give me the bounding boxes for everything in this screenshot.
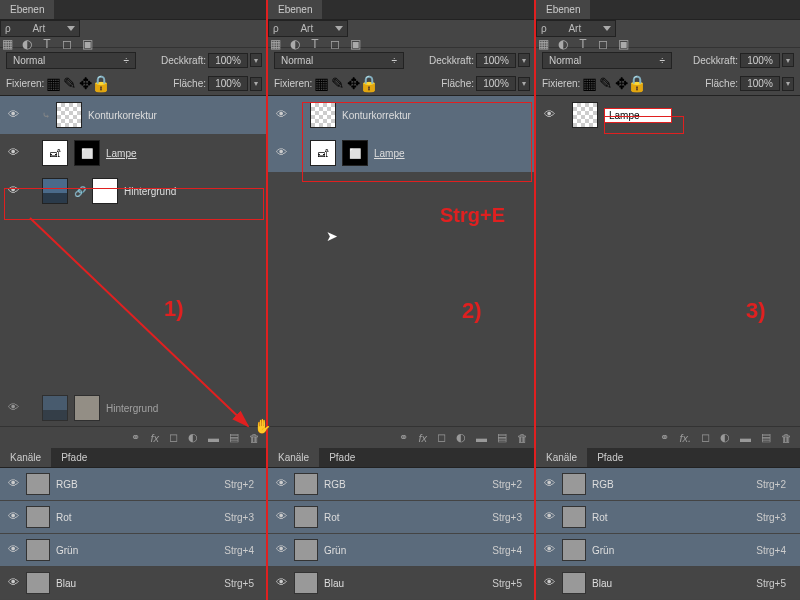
fill-dd[interactable]: ▾ xyxy=(518,77,530,91)
panel-tab[interactable]: Ebenen xyxy=(536,0,590,19)
adjust-button[interactable]: ◐ xyxy=(720,431,730,444)
mask-button[interactable]: ◻ xyxy=(701,431,710,444)
visibility-icon[interactable]: 👁 xyxy=(542,108,556,122)
opacity-dd[interactable]: ▾ xyxy=(782,53,794,67)
layer-thumb[interactable]: 🛋 xyxy=(42,140,68,166)
filter-smart-icon[interactable]: ▣ xyxy=(80,37,94,51)
filter-type-icon[interactable]: T xyxy=(308,37,322,51)
layer-row[interactable]: 👁 🛋 ⬜ Lampe xyxy=(268,134,536,172)
fx-button[interactable]: fx. xyxy=(679,432,691,444)
lock-trans-icon[interactable]: ▦ xyxy=(46,77,60,91)
paths-tab[interactable]: Pfade xyxy=(319,448,365,467)
channel-row[interactable]: 👁RotStrg+3 xyxy=(0,501,268,534)
layer-row[interactable]: 👁 ⤷ Konturkorrektur xyxy=(0,96,268,134)
group-button[interactable]: ▬ xyxy=(208,432,219,444)
adjust-button[interactable]: ◐ xyxy=(188,431,198,444)
visibility-icon[interactable]: 👁 xyxy=(274,108,288,122)
lock-trans-icon[interactable]: ▦ xyxy=(582,77,596,91)
mask-thumb[interactable] xyxy=(92,178,118,204)
layer-name[interactable]: Konturkorrektur xyxy=(342,110,411,121)
filter-type-icon[interactable]: T xyxy=(40,37,54,51)
fx-button[interactable]: fx xyxy=(150,432,159,444)
filter-pixel-icon[interactable]: ▦ xyxy=(536,37,550,51)
channel-row[interactable]: 👁BlauStrg+5 xyxy=(536,567,800,600)
lock-move-icon[interactable]: ✥ xyxy=(346,77,360,91)
mask-button[interactable]: ◻ xyxy=(169,431,178,444)
layer-thumb[interactable] xyxy=(42,178,68,204)
fill-dd[interactable]: ▾ xyxy=(250,77,262,91)
filter-shape-icon[interactable]: ◻ xyxy=(328,37,342,51)
channels-tab[interactable]: Kanäle xyxy=(268,448,319,467)
link-button[interactable]: ⚭ xyxy=(399,431,408,444)
channel-row[interactable]: 👁BlauStrg+5 xyxy=(268,567,536,600)
opacity-dd[interactable]: ▾ xyxy=(250,53,262,67)
lock-paint-icon[interactable]: ✎ xyxy=(62,77,76,91)
filter-smart-icon[interactable]: ▣ xyxy=(348,37,362,51)
filter-pixel-icon[interactable]: ▦ xyxy=(0,37,14,51)
filter-shape-icon[interactable]: ◻ xyxy=(596,37,610,51)
fill-dd[interactable]: ▾ xyxy=(782,77,794,91)
opacity-value[interactable]: 100% xyxy=(208,53,248,68)
channel-row[interactable]: 👁GrünStrg+4 xyxy=(0,534,268,567)
lock-all-icon[interactable]: 🔒 xyxy=(362,77,376,91)
lock-all-icon[interactable]: 🔒 xyxy=(630,77,644,91)
layer-name[interactable]: Hintergrund xyxy=(124,186,176,197)
channels-tab[interactable]: Kanäle xyxy=(0,448,51,467)
filter-pixel-icon[interactable]: ▦ xyxy=(268,37,282,51)
filter-adjust-icon[interactable]: ◐ xyxy=(20,37,34,51)
paths-tab[interactable]: Pfade xyxy=(51,448,97,467)
lock-paint-icon[interactable]: ✎ xyxy=(598,77,612,91)
filter-adjust-icon[interactable]: ◐ xyxy=(556,37,570,51)
visibility-icon[interactable]: 👁 xyxy=(6,146,20,160)
channel-row[interactable]: 👁BlauStrg+5 xyxy=(0,567,268,600)
filter-kind-select[interactable]: ρArt xyxy=(0,20,80,37)
layer-name[interactable]: Lampe xyxy=(374,148,405,159)
lock-trans-icon[interactable]: ▦ xyxy=(314,77,328,91)
layer-row[interactable]: 👁 🔗 Hintergrund xyxy=(0,172,268,210)
layer-row[interactable]: 👁 xyxy=(536,96,800,134)
filter-shape-icon[interactable]: ◻ xyxy=(60,37,74,51)
new-button[interactable]: ▤ xyxy=(229,431,239,444)
layer-thumb[interactable] xyxy=(310,102,336,128)
panel-tab[interactable]: Ebenen xyxy=(268,0,322,19)
link-button[interactable]: ⚭ xyxy=(131,431,140,444)
opacity-value[interactable]: 100% xyxy=(740,53,780,68)
filter-kind-select[interactable]: ρArt xyxy=(536,20,616,37)
trash-button[interactable]: 🗑 xyxy=(517,432,528,444)
blend-mode-select[interactable]: Normal÷ xyxy=(542,52,672,69)
layer-row[interactable]: 👁 Konturkorrektur xyxy=(268,96,536,134)
group-button[interactable]: ▬ xyxy=(740,432,751,444)
blend-mode-select[interactable]: Normal÷ xyxy=(6,52,136,69)
channel-row[interactable]: 👁RGBStrg+2 xyxy=(536,468,800,501)
lock-paint-icon[interactable]: ✎ xyxy=(330,77,344,91)
paths-tab[interactable]: Pfade xyxy=(587,448,633,467)
blend-mode-select[interactable]: Normal÷ xyxy=(274,52,404,69)
fx-button[interactable]: fx xyxy=(418,432,427,444)
opacity-value[interactable]: 100% xyxy=(476,53,516,68)
layer-thumb[interactable] xyxy=(56,102,82,128)
fill-value[interactable]: 100% xyxy=(740,76,780,91)
visibility-icon[interactable]: 👁 xyxy=(6,184,20,198)
mask-thumb[interactable]: ⬜ xyxy=(342,140,368,166)
channel-row[interactable]: 👁GrünStrg+4 xyxy=(268,534,536,567)
opacity-dd[interactable]: ▾ xyxy=(518,53,530,67)
fill-value[interactable]: 100% xyxy=(476,76,516,91)
lock-move-icon[interactable]: ✥ xyxy=(78,77,92,91)
channel-row[interactable]: 👁RGBStrg+2 xyxy=(0,468,268,501)
filter-adjust-icon[interactable]: ◐ xyxy=(288,37,302,51)
channel-row[interactable]: 👁RGBStrg+2 xyxy=(268,468,536,501)
fill-value[interactable]: 100% xyxy=(208,76,248,91)
mask-thumb[interactable]: ⬜ xyxy=(74,140,100,166)
adjust-button[interactable]: ◐ xyxy=(456,431,466,444)
channel-row[interactable]: 👁RotStrg+3 xyxy=(536,501,800,534)
link-button[interactable]: ⚭ xyxy=(660,431,669,444)
layer-thumb[interactable]: 🛋 xyxy=(310,140,336,166)
layer-row[interactable]: 👁 🛋 ⬜ Lampe xyxy=(0,134,268,172)
mask-button[interactable]: ◻ xyxy=(437,431,446,444)
channels-tab[interactable]: Kanäle xyxy=(536,448,587,467)
filter-type-icon[interactable]: T xyxy=(576,37,590,51)
filter-smart-icon[interactable]: ▣ xyxy=(616,37,630,51)
layer-name[interactable]: Lampe xyxy=(106,148,137,159)
panel-tab[interactable]: Ebenen xyxy=(0,0,54,19)
lock-all-icon[interactable]: 🔒 xyxy=(94,77,108,91)
